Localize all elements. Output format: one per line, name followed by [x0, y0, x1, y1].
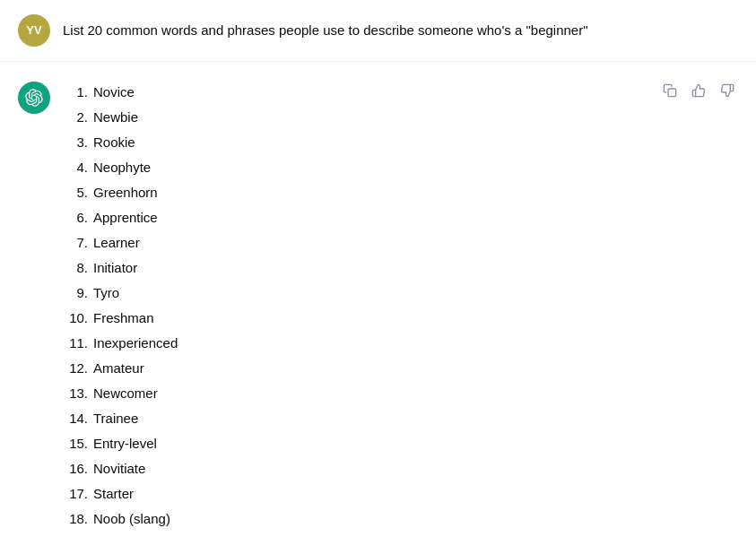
list-item: 2.Newbie	[63, 105, 738, 130]
list-item: 4.Neophyte	[63, 155, 738, 180]
list-item: 5.Greenhorn	[63, 180, 738, 205]
chatgpt-avatar	[18, 82, 50, 114]
list-item: 1.Novice	[63, 80, 738, 105]
list-item-number: 2.	[63, 107, 88, 128]
list-item: 18.Noob (slang)	[63, 506, 738, 532]
list-item-number: 15.	[63, 433, 88, 454]
chatgpt-icon	[25, 89, 43, 107]
list-item-word: Tyro	[93, 282, 119, 304]
list-item-number: 17.	[63, 483, 88, 505]
user-message-row: YV List 20 common words and phrases peop…	[0, 0, 756, 62]
thumbs-down-icon	[720, 83, 734, 98]
list-item-word: Novitiate	[93, 458, 145, 480]
list-item-word: Novice	[93, 82, 135, 103]
user-message-text: List 20 common words and phrases people …	[63, 20, 588, 41]
copy-button[interactable]	[659, 80, 681, 101]
list-item-number: 7.	[63, 232, 88, 254]
word-list: 1.Novice2.Newbie3.Rookie4.Neophyte5.Gree…	[63, 80, 738, 532]
list-item-word: Greenhorn	[93, 182, 158, 203]
list-item-number: 1.	[63, 82, 88, 103]
copy-icon	[663, 83, 677, 98]
list-item: 3.Rookie	[63, 130, 738, 155]
list-item-word: Freshman	[93, 307, 154, 329]
list-item-word: Trainee	[93, 408, 138, 429]
list-item-number: 5.	[63, 182, 88, 203]
list-item-number: 9.	[63, 282, 88, 304]
list-item: 9.Tyro	[63, 281, 738, 306]
list-item: 16.Novitiate	[63, 456, 738, 481]
page-wrapper: YV List 20 common words and phrases peop…	[0, 0, 756, 554]
list-item: 15.Entry-level	[63, 431, 738, 456]
list-item-number: 12.	[63, 358, 88, 379]
list-item-word: Starter	[93, 483, 134, 505]
list-item-word: Initiator	[93, 257, 137, 279]
list-item: 8.Initiator	[63, 255, 738, 281]
list-item-number: 11.	[63, 333, 88, 354]
thumbs-up-icon	[691, 83, 706, 98]
list-item-number: 16.	[63, 458, 88, 480]
action-icons	[659, 80, 738, 101]
user-avatar: YV	[18, 14, 50, 47]
list-item: 12.Amateur	[63, 356, 738, 381]
list-item-word: Learner	[93, 232, 140, 254]
list-item: 17.Starter	[63, 481, 738, 506]
list-item-number: 6.	[63, 207, 88, 229]
list-item-word: Newbie	[93, 107, 138, 128]
list-item: 14.Trainee	[63, 406, 738, 431]
list-item: 11.Inexperienced	[63, 331, 738, 356]
list-item-word: Neophyte	[93, 157, 151, 178]
list-item-word: Noob (slang)	[93, 508, 170, 530]
list-item-word: Newcomer	[93, 383, 158, 404]
list-item-number: 18.	[63, 508, 88, 530]
svg-rect-0	[668, 89, 676, 97]
list-item: 10.Freshman	[63, 306, 738, 331]
list-item-word: Inexperienced	[93, 333, 178, 354]
list-item-number: 3.	[63, 132, 88, 153]
ai-message-row: 1.Novice2.Newbie3.Rookie4.Neophyte5.Gree…	[0, 62, 756, 550]
ai-content: 1.Novice2.Newbie3.Rookie4.Neophyte5.Gree…	[63, 80, 738, 532]
list-item-word: Rookie	[93, 132, 135, 153]
list-item-number: 10.	[63, 307, 88, 329]
list-item-word: Entry-level	[93, 433, 157, 454]
list-item: 13.Newcomer	[63, 381, 738, 406]
list-item-number: 14.	[63, 408, 88, 429]
list-item-word: Apprentice	[93, 207, 158, 229]
list-item-number: 13.	[63, 383, 88, 404]
list-item-number: 4.	[63, 157, 88, 178]
list-item-word: Amateur	[93, 358, 144, 379]
thumbs-up-button[interactable]	[688, 80, 709, 101]
thumbs-down-button[interactable]	[717, 80, 738, 101]
list-item: 7.Learner	[63, 230, 738, 255]
list-item: 6.Apprentice	[63, 205, 738, 230]
list-item-number: 8.	[63, 257, 88, 279]
